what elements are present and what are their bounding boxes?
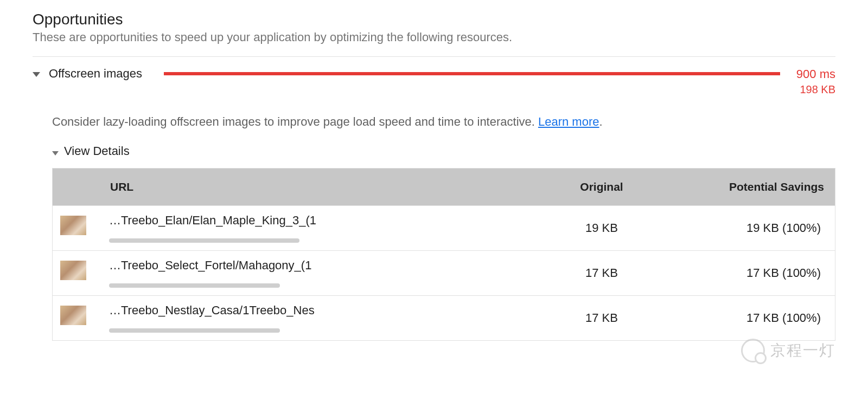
opportunity-row[interactable]: Offscreen images 900 ms 198 KB <box>33 67 835 96</box>
learn-more-link[interactable]: Learn more <box>538 115 599 128</box>
opportunities-heading: Opportunities <box>33 11 835 28</box>
col-header-original: Original <box>531 169 672 205</box>
image-thumbnail <box>60 306 86 325</box>
opportunity-title: Offscreen images <box>49 67 142 81</box>
opportunity-time: 900 ms <box>796 67 835 82</box>
image-thumbnail <box>60 261 86 280</box>
resource-size-bar <box>109 328 280 333</box>
opportunity-impact-bar <box>164 72 780 75</box>
details-table: URL Original Potential Savings …Treebo_E… <box>52 168 835 341</box>
resource-url[interactable]: …Treebo_Nestlay_Casa/1Treebo_Nes <box>109 303 353 318</box>
col-header-url: URL <box>53 169 531 205</box>
description-text: Consider lazy-loading offscreen images t… <box>52 115 538 128</box>
resource-size-bar <box>109 283 280 288</box>
opportunity-body: Consider lazy-loading offscreen images t… <box>52 115 835 341</box>
col-header-savings: Potential Savings <box>672 169 835 205</box>
resource-size-bar <box>109 238 299 243</box>
section-divider <box>33 56 835 57</box>
opportunity-description: Consider lazy-loading offscreen images t… <box>52 115 835 129</box>
table-row: …Treebo_Select_Fortel/Mahagony_(1 17 KB … <box>53 250 835 295</box>
table-row: …Treebo_Nestlay_Casa/1Treebo_Nes 17 KB 1… <box>53 295 835 340</box>
original-size: 17 KB <box>531 311 672 325</box>
view-details-toggle[interactable]: View Details <box>52 144 835 158</box>
image-thumbnail <box>60 216 86 235</box>
resource-url[interactable]: …Treebo_Select_Fortel/Mahagony_(1 <box>109 258 353 273</box>
view-details-label: View Details <box>64 144 130 158</box>
chevron-down-icon <box>33 72 40 77</box>
watermark-text: 京程一灯 <box>770 340 835 352</box>
resource-url[interactable]: …Treebo_Elan/Elan_Maple_King_3_(1 <box>109 213 353 228</box>
opportunities-subtitle: These are opportunities to speed up your… <box>33 30 835 44</box>
chevron-down-icon <box>52 151 59 156</box>
potential-savings: 17 KB (100%) <box>672 311 835 325</box>
description-suffix: . <box>599 115 603 128</box>
opportunity-bar-wrap: 900 ms 198 KB <box>164 67 835 96</box>
opportunity-size: 198 KB <box>796 82 835 96</box>
table-header-row: URL Original Potential Savings <box>53 169 835 205</box>
original-size: 19 KB <box>531 221 672 235</box>
potential-savings: 17 KB (100%) <box>672 266 835 280</box>
potential-savings: 19 KB (100%) <box>672 221 835 235</box>
original-size: 17 KB <box>531 266 672 280</box>
opportunity-metrics: 900 ms 198 KB <box>796 67 835 96</box>
table-row: …Treebo_Elan/Elan_Maple_King_3_(1 19 KB … <box>53 205 835 250</box>
